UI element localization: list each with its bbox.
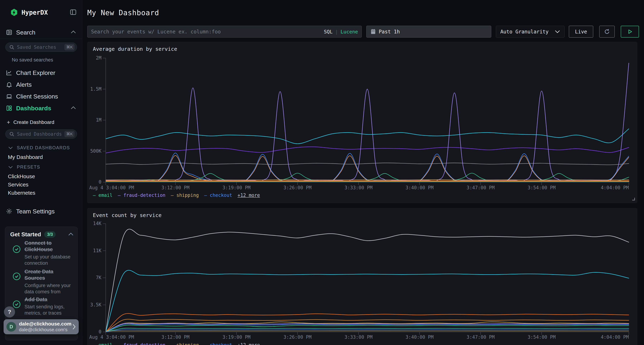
shortcut-badge: ⌘K bbox=[64, 131, 74, 137]
logo-row: HyperDX bbox=[0, 8, 82, 17]
event-search-bar[interactable]: SQL | Lucene bbox=[87, 26, 362, 37]
chevron-right-icon bbox=[72, 324, 76, 330]
chevron-up-icon[interactable] bbox=[68, 233, 74, 237]
checklist-item-add-data[interactable]: Add Data Start sending logs, metrics, or… bbox=[9, 296, 74, 316]
granularity-label: Auto Granularity bbox=[500, 29, 549, 35]
chevron-up-icon bbox=[71, 30, 76, 34]
legend-item-fraud-detection[interactable]: — fraud-detection bbox=[118, 342, 166, 345]
create-dashboard-button[interactable]: + Create Dashboard bbox=[0, 119, 82, 126]
live-label: Live bbox=[575, 29, 587, 35]
gear-icon bbox=[6, 208, 12, 215]
series-line-other-purple bbox=[106, 147, 629, 153]
event-search-input[interactable] bbox=[91, 29, 324, 35]
panel-resize-handle[interactable] bbox=[632, 198, 635, 200]
run-query-button[interactable] bbox=[621, 26, 639, 37]
sidebar-item-client-sessions[interactable]: Client Sessions bbox=[0, 92, 82, 100]
time-range-label: Past 1h bbox=[379, 29, 400, 35]
scrollbar[interactable] bbox=[642, 0, 644, 345]
dashboards-icon bbox=[6, 105, 12, 111]
bell-icon bbox=[6, 81, 12, 88]
series-line-other-cyan bbox=[106, 129, 629, 144]
saved-dashboards-section[interactable]: SAVED DASHBOARDS bbox=[0, 145, 82, 150]
sidebar-item-alerts[interactable]: Alerts bbox=[0, 80, 82, 89]
help-button[interactable]: ? bbox=[4, 306, 15, 318]
sidebar: HyperDX Search ⌘K No saved searches Char… bbox=[0, 0, 82, 345]
chevron-up-icon bbox=[71, 106, 76, 110]
calendar-icon bbox=[370, 29, 376, 34]
lucene-toggle[interactable]: Lucene bbox=[340, 29, 358, 34]
hyperdx-logo-icon bbox=[10, 8, 18, 17]
search-section-icon bbox=[6, 29, 12, 36]
series-line-other-orange bbox=[106, 314, 629, 332]
chart-legend: — email— fraud-detection— shipping— chec… bbox=[93, 342, 260, 345]
avatar: D bbox=[6, 322, 16, 332]
sidebar-item-dashboards[interactable]: Dashboards bbox=[0, 104, 82, 112]
legend-item-fraud-detection[interactable]: — fraud-detection bbox=[118, 193, 166, 198]
live-button[interactable]: Live bbox=[569, 26, 593, 37]
granularity-select[interactable]: Auto Granularity bbox=[496, 26, 564, 37]
alerts-label: Alerts bbox=[16, 81, 32, 88]
line-chart-avg-duration[interactable]: 2M1.5M1M500K0Aug 4 3:04:00 PM3:12:00 PM3… bbox=[88, 42, 637, 203]
legend-item-email[interactable]: — email bbox=[93, 193, 112, 198]
refresh-icon bbox=[604, 28, 610, 35]
time-range-picker[interactable]: Past 1h bbox=[366, 26, 491, 37]
sidebar-item-my-dashboard[interactable]: My Dashboard bbox=[0, 154, 82, 160]
client-sessions-label: Client Sessions bbox=[16, 93, 58, 100]
user-team: dale@clickhouse.com's bbox=[19, 327, 72, 333]
saved-dashboards-search[interactable]: ⌘K bbox=[5, 129, 77, 139]
chart-svg bbox=[88, 208, 638, 345]
get-started-progress-badge: 3/3 bbox=[44, 231, 56, 238]
chart-explorer-icon bbox=[6, 69, 12, 76]
checklist-item-title: Add Data bbox=[24, 296, 74, 303]
refresh-button[interactable] bbox=[599, 26, 615, 37]
laptop-icon bbox=[6, 93, 12, 100]
plus-icon: + bbox=[7, 119, 10, 125]
check-circle-icon bbox=[9, 268, 24, 295]
sidebar-item-kubernetes[interactable]: Kubernetes bbox=[0, 190, 82, 196]
checklist-item-subtitle: Set up your database connection bbox=[24, 254, 74, 266]
saved-dashboards-input[interactable] bbox=[17, 131, 64, 137]
help-label: ? bbox=[8, 309, 11, 315]
legend-more-link[interactable]: +12 more bbox=[238, 193, 260, 198]
chevron-down-icon bbox=[8, 166, 13, 169]
legend-item-checkout[interactable]: — checkout bbox=[204, 342, 232, 345]
checklist-item-title: Connect to ClickHouse bbox=[24, 240, 74, 253]
line-chart-event-count[interactable]: 14K11K7K3.5K0Aug 4 3:04:00 PM3:12:00 PM3… bbox=[88, 208, 637, 345]
legend-item-checkout[interactable]: — checkout bbox=[204, 193, 232, 198]
chart-svg bbox=[88, 42, 638, 203]
get-started-title: Get Started bbox=[10, 231, 41, 238]
no-saved-searches-text: No saved searches bbox=[0, 57, 82, 63]
chevron-down-icon bbox=[8, 146, 13, 149]
sidebar-item-team-settings[interactable]: Team Settings bbox=[0, 207, 82, 216]
shortcut-badge: ⌘K bbox=[64, 44, 74, 50]
chart-panel-avg-duration: Average duration by service 2M1.5M1M500K… bbox=[87, 42, 637, 203]
search-icon bbox=[9, 44, 14, 50]
search-icon bbox=[9, 131, 14, 137]
series-line-other-gray bbox=[106, 163, 629, 165]
legend-item-shipping[interactable]: — shipping bbox=[171, 193, 199, 198]
chart-legend: — email— fraud-detection— shipping— chec… bbox=[93, 193, 260, 198]
check-circle-icon bbox=[9, 240, 24, 266]
series-line-other-lightgray bbox=[106, 229, 629, 332]
checklist-item-subtitle: Start sending logs, metrics, or traces bbox=[24, 304, 74, 316]
saved-searches-input[interactable] bbox=[17, 44, 64, 50]
sidebar-collapse-icon[interactable] bbox=[70, 8, 77, 16]
checklist-item-connect[interactable]: Connect to ClickHouse Set up your databa… bbox=[9, 240, 74, 266]
checklist-item-data-sources[interactable]: Create Data Sources Configure where your… bbox=[9, 268, 74, 295]
sql-toggle[interactable]: SQL bbox=[324, 29, 332, 34]
saved-searches-search[interactable]: ⌘K bbox=[5, 42, 77, 52]
sidebar-item-clickhouse[interactable]: ClickHouse bbox=[0, 173, 82, 179]
series-line-shipping bbox=[106, 322, 629, 332]
sidebar-item-chart-explorer[interactable]: Chart Explorer bbox=[0, 69, 82, 77]
sidebar-item-services[interactable]: Services bbox=[0, 182, 82, 188]
sidebar-item-search[interactable]: Search bbox=[0, 28, 82, 36]
user-account-chip[interactable]: D dale@clickhouse.com dale@clickhouse.co… bbox=[4, 319, 79, 334]
app-title: HyperDX bbox=[22, 9, 48, 16]
chart-explorer-label: Chart Explorer bbox=[16, 69, 55, 76]
presets-section[interactable]: PRESETS bbox=[0, 164, 82, 170]
legend-item-shipping[interactable]: — shipping bbox=[171, 342, 199, 345]
legend-item-email[interactable]: — email bbox=[93, 342, 112, 345]
legend-more-link[interactable]: +12 more bbox=[238, 342, 260, 345]
series-line-other-teal bbox=[106, 328, 629, 332]
chevron-down-icon bbox=[555, 30, 560, 33]
